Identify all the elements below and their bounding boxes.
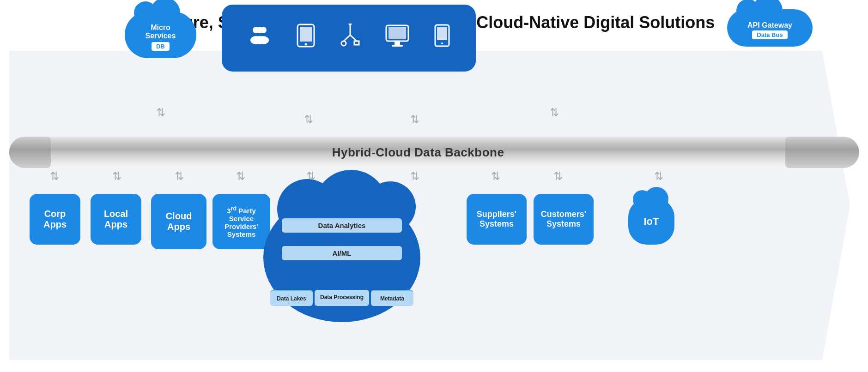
- device-box: [222, 5, 476, 72]
- cloud-apps-box: CloudApps: [151, 194, 206, 249]
- third-party-box: 3rd Party ServiceProviders'Systems: [212, 194, 270, 249]
- svg-line-11: [350, 35, 357, 41]
- svg-rect-17: [395, 41, 400, 45]
- usb-icon: [340, 24, 360, 53]
- svg-rect-18: [392, 45, 403, 47]
- suppliers-arrow: ⇅: [491, 170, 500, 183]
- micro-services-arrow: ⇅: [156, 106, 165, 119]
- customers-arrow: ⇅: [553, 170, 563, 183]
- svg-rect-20: [437, 27, 447, 40]
- data-processing-box: Data Processing: [315, 290, 369, 306]
- iot-arrow: ⇅: [654, 170, 663, 183]
- svg-point-21: [441, 42, 443, 44]
- small-tablet-icon: [434, 24, 450, 53]
- svg-point-2: [256, 27, 263, 33]
- svg-point-12: [341, 41, 346, 46]
- micro-services-cloud: Micro Services DB: [125, 12, 196, 58]
- ai-ml-box: AI/ML: [282, 246, 402, 260]
- tablet-icon: [296, 24, 316, 53]
- svg-rect-16: [388, 27, 406, 39]
- corp-apps-arrow: ⇅: [50, 170, 59, 183]
- data-lakes-box: Data Lakes: [270, 290, 313, 306]
- people-icon: [248, 24, 272, 53]
- svg-rect-7: [300, 27, 312, 42]
- metadata-box: Metadata: [371, 290, 413, 306]
- backbone-tube: Hybrid-Cloud Data Backbone: [9, 137, 827, 168]
- main-container: Secure, Scalable, Fault-Tolerant, Elasti…: [0, 0, 868, 372]
- device-right-arrow: ⇅: [410, 113, 419, 126]
- svg-rect-13: [354, 41, 359, 45]
- monitor-icon: [385, 24, 410, 53]
- cloud-apps-arrow: ⇅: [175, 170, 184, 183]
- api-gateway-cloud: API Gateway Data Bus: [727, 9, 813, 47]
- svg-point-5: [254, 36, 265, 44]
- svg-line-10: [344, 35, 350, 41]
- corp-apps-box: CorpApps: [30, 194, 80, 245]
- customers-box: Customers'Systems: [534, 194, 594, 245]
- tube-cap-left: [9, 137, 51, 168]
- api-gateway-arrow: ⇅: [550, 106, 559, 119]
- data-analytics-box: Data Analytics: [282, 218, 402, 233]
- svg-point-8: [305, 43, 307, 45]
- device-left-arrow: ⇅: [304, 113, 313, 126]
- iot-cloud: IoT: [628, 198, 674, 245]
- local-apps-arrow: ⇅: [112, 170, 121, 183]
- local-apps-box: LocalApps: [91, 194, 141, 245]
- svg-marker-14: [348, 24, 352, 27]
- tube-cap-right: [785, 137, 859, 168]
- third-party-arrow: ⇅: [236, 170, 245, 183]
- data-bottom-row: Data Lakes Data Processing Metadata: [270, 290, 413, 306]
- suppliers-box: Suppliers'Systems: [467, 194, 527, 245]
- data-cloud-container: Data Analytics AI/ML Data Lakes Data Pro…: [263, 179, 420, 318]
